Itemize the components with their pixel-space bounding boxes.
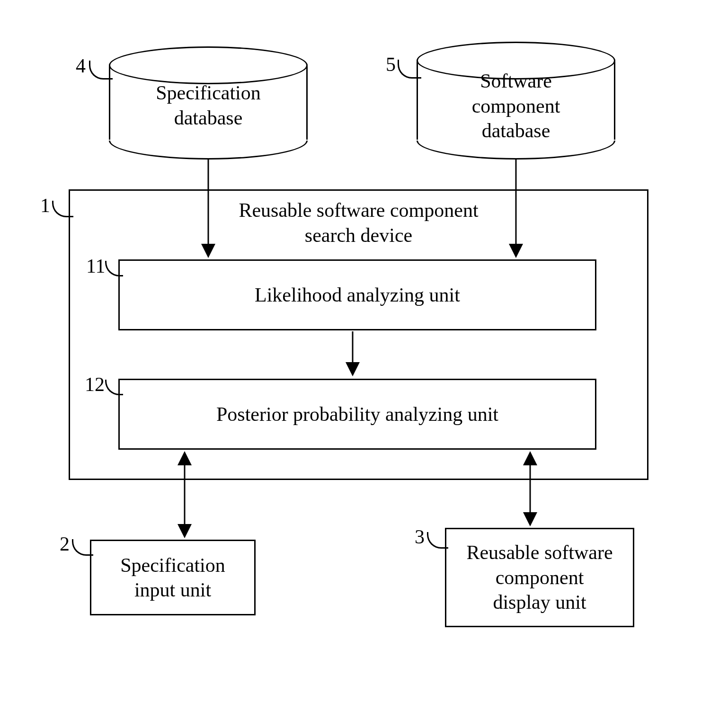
- cylinder-sw-db: Softwarecomponentdatabase: [417, 43, 615, 159]
- sw-db-label: Softwarecomponentdatabase: [417, 69, 615, 143]
- label-1: 1: [40, 194, 50, 217]
- spec-db-label: Specificationdatabase: [109, 80, 308, 130]
- diagram-canvas: Specificationdatabase 4 Softwarecomponen…: [57, 38, 663, 682]
- cylinder-spec-db: Specificationdatabase: [109, 47, 308, 159]
